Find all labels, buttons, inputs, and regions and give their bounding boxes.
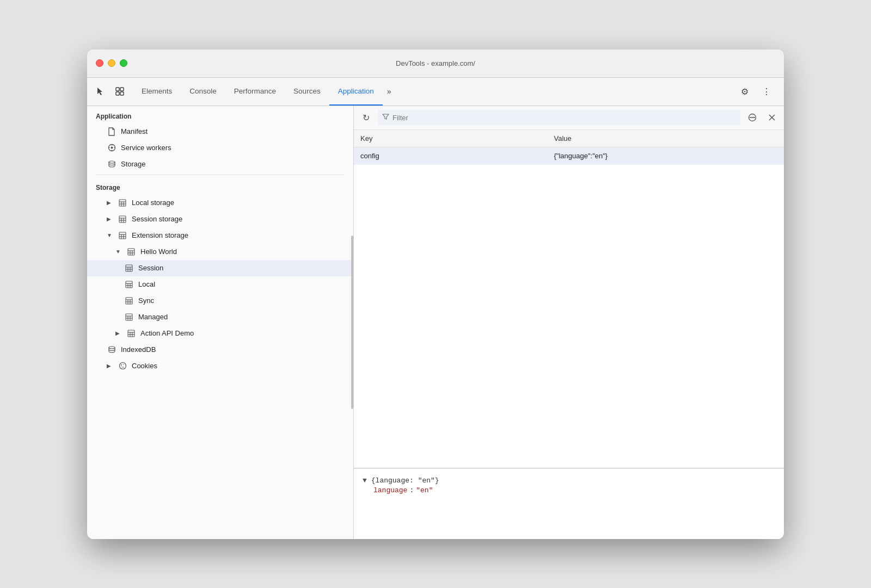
close-icon — [768, 114, 776, 121]
svg-rect-51 — [128, 330, 134, 337]
detail-property-line: language : "en" — [363, 486, 775, 494]
svg-point-57 — [119, 363, 126, 369]
filter-bar: ↻ — [354, 106, 784, 130]
sidebar-item-managed[interactable]: Managed — [87, 309, 353, 325]
cookies-arrow: ▶ — [107, 363, 113, 369]
managed-icon — [124, 312, 134, 322]
session-storage-arrow: ▶ — [107, 216, 113, 222]
value-column-header: Value — [548, 130, 784, 147]
local-storage-arrow: ▶ — [107, 200, 113, 206]
sidebar-item-cookies[interactable]: ▶ Cookies — [87, 358, 353, 374]
maximize-button[interactable] — [120, 59, 127, 67]
filter-funnel-icon — [382, 113, 389, 122]
extension-storage-icon — [118, 231, 127, 240]
sidebar-divider — [96, 175, 345, 175]
detail-property-colon: : — [409, 486, 414, 494]
tab-application[interactable]: Application — [329, 78, 383, 106]
svg-point-10 — [109, 161, 115, 163]
svg-rect-26 — [128, 249, 134, 255]
filter-input-wrap — [378, 110, 740, 125]
traffic-lights — [96, 59, 127, 67]
svg-rect-3 — [120, 92, 124, 95]
toolbar-icon-group — [91, 83, 128, 100]
svg-rect-11 — [119, 200, 126, 206]
svg-point-56 — [109, 346, 115, 349]
table-cell-key: config — [354, 147, 548, 164]
filter-input[interactable] — [392, 114, 736, 122]
svg-point-58 — [121, 364, 122, 366]
settings-button[interactable]: ⚙ — [736, 83, 753, 100]
svg-rect-36 — [126, 281, 132, 288]
sidebar-scrollbar[interactable] — [350, 106, 353, 539]
svg-rect-41 — [126, 298, 132, 304]
table-row[interactable]: config {"language":"en"} — [354, 147, 784, 164]
sidebar-item-session-storage[interactable]: ▶ Session storage — [87, 211, 353, 227]
session-storage-icon — [118, 214, 127, 224]
tab-performance[interactable]: Performance — [225, 78, 285, 106]
sync-icon — [124, 296, 134, 306]
toolbar: Elements Console Performance Sources App… — [87, 78, 784, 106]
more-tabs-button[interactable]: » — [383, 78, 396, 106]
data-table: Key Value config {"language":"en"} — [354, 130, 784, 165]
cursor-icon-button[interactable] — [91, 83, 109, 100]
svg-point-5 — [111, 147, 113, 149]
close-button[interactable] — [96, 59, 103, 67]
content-area: Application Manifest — [87, 106, 784, 539]
detail-panel: ▼ {language: "en"} language : "en" — [354, 468, 784, 539]
manifest-icon — [107, 127, 116, 137]
local-storage-icon — [118, 198, 127, 208]
sidebar-item-sync[interactable]: Sync — [87, 293, 353, 309]
sidebar-item-manifest[interactable]: Manifest — [87, 123, 353, 140]
storage-icon — [107, 159, 116, 169]
cookies-icon — [118, 361, 127, 371]
more-options-button[interactable]: ⋮ — [758, 83, 775, 100]
minimize-button[interactable] — [108, 59, 115, 67]
svg-rect-21 — [119, 232, 126, 239]
sidebar-scrollbar-thumb[interactable] — [351, 236, 353, 408]
svg-rect-16 — [119, 216, 126, 222]
sidebar-item-session[interactable]: Session — [87, 260, 353, 276]
storage-section-header: Storage — [87, 177, 353, 195]
detail-expand-arrow[interactable]: ▼ — [363, 475, 367, 487]
inspect-icon-button[interactable] — [111, 83, 128, 100]
sidebar-item-indexeddb[interactable]: IndexedDB — [87, 342, 353, 358]
action-api-demo-arrow: ▶ — [115, 330, 122, 336]
sidebar-item-service-workers[interactable]: Service workers — [87, 140, 353, 156]
detail-property-value: "en" — [416, 486, 433, 494]
cursor-icon — [95, 86, 105, 96]
sidebar-item-action-api-demo[interactable]: ▶ Action API Demo — [87, 325, 353, 342]
session-icon — [124, 263, 134, 273]
svg-point-59 — [123, 364, 124, 364]
table-body: config {"language":"en"} — [354, 147, 784, 164]
table-cell-value: {"language":"en"} — [548, 147, 784, 164]
svg-rect-2 — [116, 92, 119, 95]
hello-world-arrow: ▼ — [115, 249, 122, 255]
clear-filter-button[interactable] — [745, 110, 760, 125]
sidebar-item-extension-storage[interactable]: ▼ Extension storage — [87, 227, 353, 244]
main-panel: ↻ — [354, 106, 784, 539]
detail-property-key: language — [373, 486, 407, 494]
indexeddb-icon — [107, 345, 116, 355]
tab-sources[interactable]: Sources — [285, 78, 329, 106]
application-section-header: Application — [87, 106, 353, 123]
no-entry-icon — [748, 113, 757, 122]
tab-elements[interactable]: Elements — [133, 78, 181, 106]
detail-object-line: ▼ {language: "en"} — [363, 475, 775, 487]
toolbar-right: ⚙ ⋮ — [736, 83, 780, 100]
svg-rect-46 — [126, 314, 132, 320]
nav-tabs: Elements Console Performance Sources App… — [133, 78, 736, 106]
tab-console[interactable]: Console — [181, 78, 225, 106]
close-filter-button[interactable] — [764, 110, 780, 125]
sidebar-item-local-storage[interactable]: ▶ Local storage — [87, 195, 353, 211]
inspect-icon — [115, 86, 125, 96]
svg-point-61 — [121, 367, 121, 367]
sidebar: Application Manifest — [87, 106, 354, 539]
refresh-button[interactable]: ↻ — [358, 110, 373, 125]
svg-point-60 — [122, 367, 124, 368]
detail-object-label: {language: "en"} — [371, 475, 439, 487]
sidebar-item-hello-world[interactable]: ▼ Hello World — [87, 244, 353, 260]
sidebar-item-storage[interactable]: Storage — [87, 156, 353, 172]
service-workers-icon — [107, 143, 116, 153]
sidebar-item-local[interactable]: Local — [87, 276, 353, 293]
key-column-header: Key — [354, 130, 548, 147]
